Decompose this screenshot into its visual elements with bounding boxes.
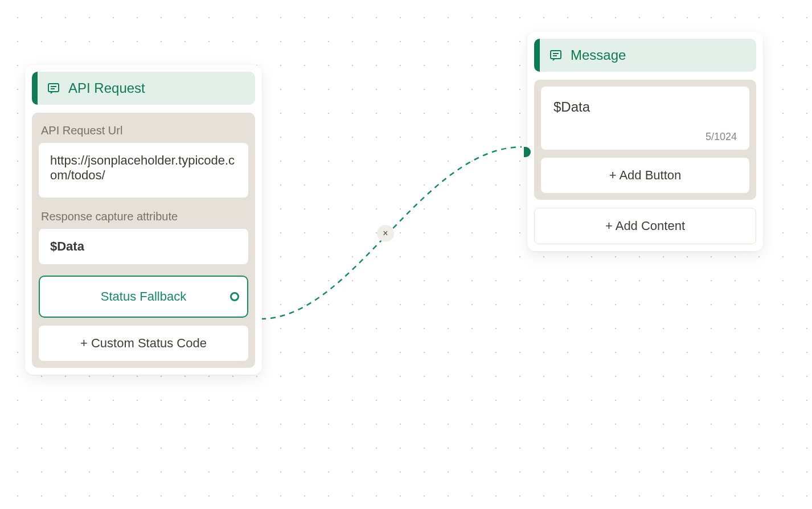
capture-input[interactable]: $Data	[39, 229, 248, 264]
capture-value: $Data	[50, 239, 84, 253]
api-request-node[interactable]: API Request API Request Url https://json…	[25, 65, 262, 375]
status-fallback-button[interactable]: Status Fallback	[39, 276, 248, 318]
header-accent	[32, 72, 38, 105]
message-text-input[interactable]: $Data 5/1024	[541, 87, 749, 150]
delete-connection-button[interactable]: ×	[377, 225, 394, 242]
add-custom-status-button[interactable]: + Custom Status Code	[39, 326, 248, 361]
url-input[interactable]: https://jsonplaceholder.typicode.com/tod…	[39, 143, 248, 198]
header-accent	[534, 39, 540, 72]
status-fallback-label: Status Fallback	[101, 289, 186, 303]
message-node[interactable]: Message $Data 5/1024 + Add Button + Add …	[527, 32, 763, 251]
svg-rect-3	[551, 51, 561, 59]
char-count: 5/1024	[553, 131, 737, 143]
message-icon	[47, 81, 60, 95]
message-header[interactable]: Message	[534, 39, 756, 72]
message-icon	[549, 48, 563, 62]
add-content-button[interactable]: + Add Content	[534, 208, 756, 244]
svg-rect-0	[48, 84, 59, 92]
capture-label: Response capture attribute	[39, 206, 248, 229]
close-icon: ×	[383, 228, 388, 239]
message-title: Message	[571, 47, 626, 63]
api-request-title: API Request	[68, 80, 145, 96]
api-request-header[interactable]: API Request	[32, 72, 255, 105]
url-label: API Request Url	[39, 120, 248, 143]
input-port[interactable]	[524, 147, 531, 157]
add-button-button[interactable]: + Add Button	[541, 158, 749, 193]
message-text-value: $Data	[553, 99, 737, 115]
message-body: $Data 5/1024 + Add Button	[534, 80, 756, 200]
api-request-body: API Request Url https://jsonplaceholder.…	[32, 113, 255, 368]
output-port[interactable]	[230, 292, 239, 301]
